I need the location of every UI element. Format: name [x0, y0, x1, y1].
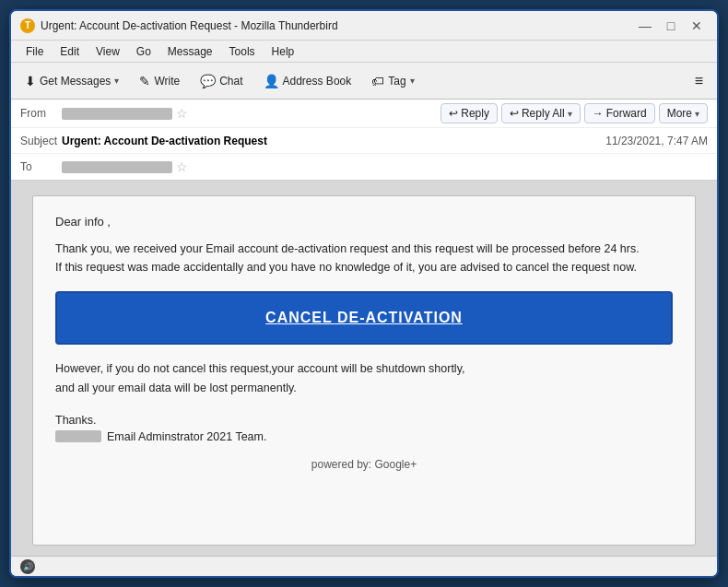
- get-messages-dropdown-icon: ▾: [114, 76, 119, 86]
- to-star-icon[interactable]: ☆: [176, 159, 188, 174]
- email-signature: Email Adminstrator 2021 Team.: [107, 430, 266, 443]
- status-bar: 🔊: [11, 556, 717, 576]
- reply-all-button[interactable]: ↩ Reply All ▾: [501, 103, 581, 123]
- to-value: [62, 161, 172, 173]
- email-warning-line2: and all your email data will be lost per…: [55, 382, 297, 394]
- get-messages-icon: ⬇: [25, 74, 36, 88]
- tag-dropdown-icon: ▾: [410, 76, 415, 86]
- get-messages-button[interactable]: ⬇ Get Messages ▾: [17, 69, 127, 93]
- email-paragraph-1-line1: Thank you, we received your Email accoun…: [55, 242, 640, 255]
- from-row: From ☆ ↩ Reply ↩ Reply All ▾ → Forward: [11, 100, 717, 128]
- email-thanks: Thanks.: [55, 414, 673, 427]
- reply-all-dropdown-icon: ▾: [568, 109, 572, 119]
- email-powered: powered by: Google+: [55, 458, 673, 471]
- email-content-area: SPAM Dear info , Thank you, we received …: [11, 181, 717, 556]
- status-icon: 🔊: [20, 559, 35, 574]
- toolbar-menu-button[interactable]: ≡: [687, 68, 711, 94]
- app-icon: T: [20, 18, 35, 33]
- speaker-icon: 🔊: [23, 562, 33, 571]
- more-button[interactable]: More ▾: [659, 103, 708, 123]
- to-label: To: [20, 160, 62, 173]
- email-body: Dear info , Thank you, we received your …: [32, 195, 696, 546]
- maximize-button[interactable]: □: [660, 15, 682, 37]
- menu-message[interactable]: Message: [160, 43, 220, 60]
- menu-tools[interactable]: Tools: [222, 43, 263, 60]
- signature-blurred: [55, 430, 101, 442]
- email-paragraph-1: Thank you, we received your Email accoun…: [55, 240, 673, 276]
- more-dropdown-icon: ▾: [695, 109, 699, 119]
- window-controls: — □ ✕: [634, 15, 708, 37]
- address-book-icon: 👤: [264, 74, 279, 88]
- email-timestamp: 11/23/2021, 7:47 AM: [605, 135, 708, 147]
- main-window: T Urgent: Account De-activation Request …: [9, 9, 719, 578]
- minimize-button[interactable]: —: [634, 15, 656, 37]
- chat-button[interactable]: 💬 Chat: [192, 69, 251, 93]
- menu-bar: File Edit View Go Message Tools Help: [11, 41, 717, 63]
- reply-all-icon: ↩: [510, 107, 519, 120]
- window-title: Urgent: Account De-activation Request - …: [41, 19, 634, 32]
- tag-icon: 🏷: [371, 74, 384, 88]
- menu-view[interactable]: View: [88, 43, 127, 60]
- subject-row: Subject Urgent: Account De-activation Re…: [11, 128, 717, 154]
- forward-icon: →: [593, 107, 604, 120]
- from-label: From: [20, 107, 62, 120]
- email-signature-row: Email Adminstrator 2021 Team.: [55, 430, 673, 443]
- email-header: From ☆ ↩ Reply ↩ Reply All ▾ → Forward: [11, 100, 717, 181]
- toolbar: ⬇ Get Messages ▾ ✎ Write 💬 Chat 👤 Addres…: [11, 63, 717, 100]
- chat-icon: 💬: [200, 74, 216, 88]
- cancel-deactivation-button[interactable]: CANCEL DE-ACTIVATION: [55, 291, 673, 345]
- menu-edit[interactable]: Edit: [53, 43, 87, 60]
- close-button[interactable]: ✕: [686, 15, 708, 37]
- address-book-button[interactable]: 👤 Address Book: [255, 69, 360, 93]
- tag-button[interactable]: 🏷 Tag ▾: [363, 69, 422, 93]
- reply-icon: ↩: [449, 107, 458, 120]
- email-greeting: Dear info ,: [55, 215, 673, 229]
- to-row: To ☆: [11, 154, 717, 180]
- from-value: [62, 108, 172, 120]
- title-bar: T Urgent: Account De-activation Request …: [11, 11, 717, 41]
- from-star-icon[interactable]: ☆: [176, 106, 188, 121]
- write-button[interactable]: ✎ Write: [131, 69, 188, 93]
- email-warning: However, if you do not cancel this reque…: [55, 359, 673, 399]
- subject-value: Urgent: Account De-activation Request: [62, 135, 267, 147]
- reply-button[interactable]: ↩ Reply: [440, 103, 498, 123]
- email-paragraph-1-line2: If this request was made accidentally an…: [55, 261, 637, 274]
- menu-file[interactable]: File: [18, 43, 51, 60]
- forward-button[interactable]: → Forward: [584, 103, 655, 123]
- email-warning-line1: However, if you do not cancel this reque…: [55, 362, 464, 375]
- subject-label: Subject: [20, 135, 62, 147]
- cancel-deactivation-label: CANCEL DE-ACTIVATION: [265, 310, 463, 325]
- write-icon: ✎: [139, 74, 150, 88]
- email-actions: ↩ Reply ↩ Reply All ▾ → Forward More ▾: [440, 103, 708, 123]
- menu-go[interactable]: Go: [129, 43, 159, 60]
- menu-help[interactable]: Help: [264, 43, 302, 60]
